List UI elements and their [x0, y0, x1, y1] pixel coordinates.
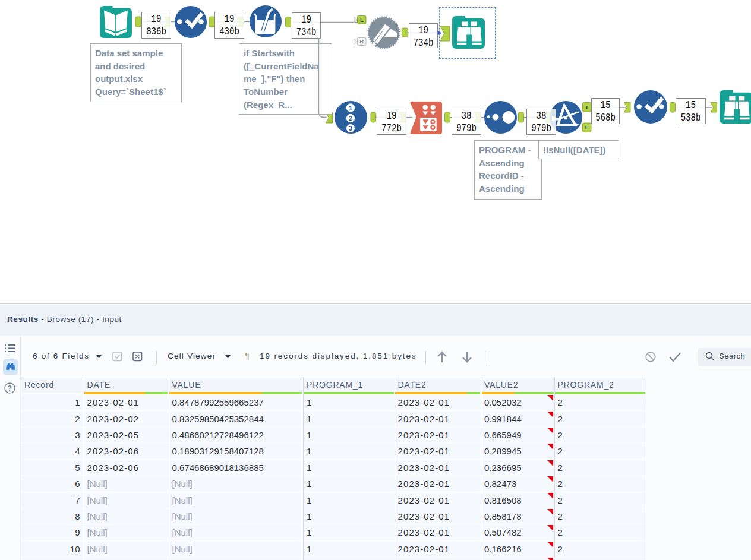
svg-text:R: R — [359, 38, 364, 45]
svg-text:3: 3 — [349, 125, 352, 132]
svg-text:2: 2 — [349, 115, 352, 122]
svg-text:F: F — [585, 124, 589, 131]
svg-text:1: 1 — [349, 105, 352, 112]
svg-text:?: ? — [8, 384, 12, 393]
svg-text:T: T — [585, 104, 589, 110]
svg-text:L: L — [360, 17, 364, 23]
